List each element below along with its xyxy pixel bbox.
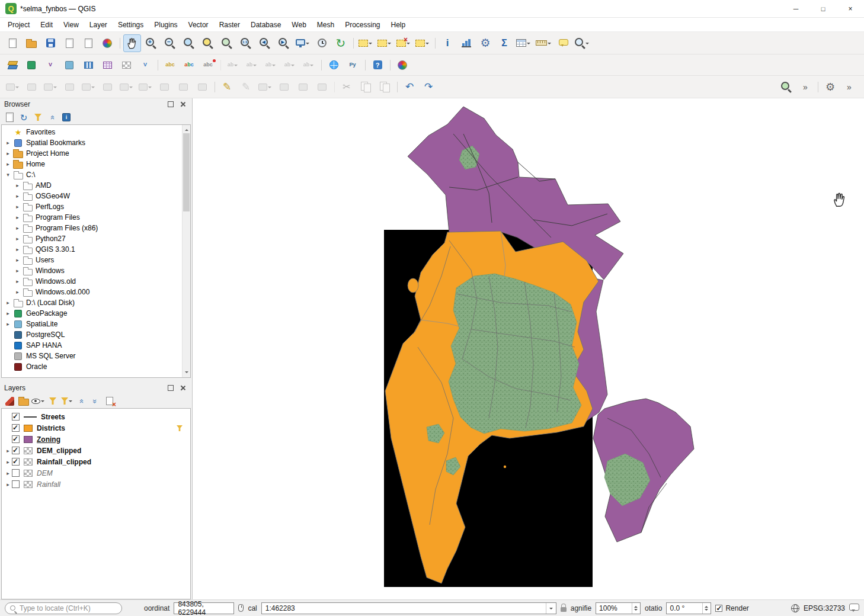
layer-item-streets[interactable]: Streets: [2, 411, 190, 422]
plugin-tool-button[interactable]: [393, 56, 411, 74]
vertex-tool-button[interactable]: [117, 78, 135, 96]
locator-search-input[interactable]: Type to locate (Ctrl+K): [5, 602, 122, 614]
layer-visibility-checkbox[interactable]: [12, 447, 20, 454]
browser-item-program-files[interactable]: ▸Program Files: [2, 212, 181, 223]
layer-visibility-checkbox[interactable]: [12, 413, 20, 421]
browser-item-oracle[interactable]: Oracle: [2, 361, 181, 372]
render-check-icon[interactable]: [715, 605, 722, 612]
browser-item-qgis-3-30-1[interactable]: ▸QGIS 3.30.1: [2, 244, 181, 255]
chevron-right-icon[interactable]: ▸: [4, 448, 12, 454]
merge-features-button[interactable]: [313, 78, 331, 96]
undock-icon[interactable]: [166, 384, 175, 392]
new-geopackage-layer-button[interactable]: [23, 56, 40, 74]
menu-view[interactable]: View: [58, 19, 84, 31]
new-project-button[interactable]: [4, 34, 21, 52]
close-button[interactable]: ×: [837, 0, 864, 17]
close-icon[interactable]: [178, 384, 188, 392]
chevron-right-icon[interactable]: ▸: [14, 225, 21, 231]
show-sum-button[interactable]: Σ: [495, 34, 513, 52]
save-layer-edits-button[interactable]: [23, 78, 40, 96]
new-temporary-scratch-layer-button[interactable]: [117, 56, 135, 74]
toolbar-overflow-2-button[interactable]: »: [840, 78, 858, 96]
browser-item-project-home[interactable]: ▸Project Home: [2, 148, 181, 159]
toolbox-button[interactable]: ⚙: [821, 78, 839, 96]
toggle-editing-button[interactable]: ✎: [218, 78, 236, 96]
chevron-right-icon[interactable]: ▸: [14, 268, 21, 274]
toolbar-overflow-1-button[interactable]: »: [796, 78, 814, 96]
new-virtual-layer-button[interactable]: [79, 56, 97, 74]
chevron-right-icon[interactable]: ▸: [4, 321, 12, 327]
open-attribute-table-button[interactable]: [514, 34, 533, 52]
browser-item-spatial-bookmarks[interactable]: ▸Spatial Bookmarks: [2, 137, 181, 148]
add-point-feature-button[interactable]: [60, 78, 78, 96]
chevron-down-icon[interactable]: [546, 603, 556, 614]
minimize-button[interactable]: ─: [782, 0, 809, 17]
chevron-right-icon[interactable]: ▸: [14, 204, 21, 210]
select-by-form-button[interactable]: [414, 34, 431, 52]
new-print-layout-button[interactable]: [60, 34, 78, 52]
new-annotation-dropdown-icon[interactable]: [585, 35, 590, 52]
deselect-features-button[interactable]: [395, 34, 412, 52]
layer-labeling-button[interactable]: abc: [161, 56, 179, 74]
layer-visibility-checkbox[interactable]: [12, 458, 20, 466]
zoom-in-button[interactable]: +: [142, 34, 160, 52]
chevron-right-icon[interactable]: ▸: [4, 459, 12, 465]
chevron-right-icon[interactable]: ▸: [14, 257, 21, 263]
menu-help[interactable]: Help: [386, 19, 411, 31]
undo-button[interactable]: ↶: [401, 78, 418, 96]
close-icon[interactable]: [178, 100, 188, 108]
options-gear-button[interactable]: ⚙: [476, 34, 494, 52]
chevron-right-icon[interactable]: ▸: [14, 289, 21, 295]
change-label-properties-dropdown-icon[interactable]: [309, 57, 314, 73]
modify-attributes-dropdown-icon[interactable]: [267, 79, 272, 95]
menu-plugins[interactable]: Plugins: [149, 19, 183, 31]
layer-visibility-checkbox[interactable]: [12, 435, 20, 443]
browser-item-python27[interactable]: ▸Python27: [2, 233, 181, 244]
rotate-label-button[interactable]: ab: [281, 56, 299, 74]
remove-layer-button[interactable]: [103, 395, 116, 407]
browser-item-sap-hana[interactable]: SAP HANA: [2, 340, 181, 351]
browser-item-postgresql[interactable]: PostgreSQL: [2, 329, 181, 340]
python-console-button[interactable]: Py: [344, 56, 361, 74]
new-vector-layer-button[interactable]: V: [136, 56, 154, 74]
cut-features-button[interactable]: ✂: [338, 78, 356, 96]
chevron-down-icon[interactable]: ▾: [4, 172, 12, 178]
rotate-label-dropdown-icon[interactable]: [290, 57, 295, 73]
zoom-last-button[interactable]: ◂: [256, 34, 274, 52]
layer-item-dem-clipped[interactable]: ▸DEM_clipped: [2, 445, 190, 456]
new-spatialite-layer-button[interactable]: [60, 56, 78, 74]
rotation-spinbox[interactable]: 0.0 °: [666, 602, 711, 614]
render-checkbox[interactable]: Render: [715, 604, 748, 612]
menu-web[interactable]: Web: [286, 19, 311, 31]
menu-database[interactable]: Database: [245, 19, 286, 31]
manage-map-themes-button[interactable]: [31, 395, 45, 407]
pin-unpin-labels-button[interactable]: ab: [224, 56, 242, 74]
chevron-right-icon[interactable]: ▸: [14, 214, 21, 220]
paste-features-button[interactable]: [376, 78, 393, 96]
move-label-dropdown-icon[interactable]: [271, 57, 276, 73]
spinner-arrows-icon[interactable]: [632, 603, 640, 614]
browser-item-amd[interactable]: ▸AMD: [2, 180, 181, 191]
new-map-view-dropdown-icon[interactable]: [305, 35, 310, 52]
chevron-right-icon[interactable]: ▸: [4, 150, 12, 156]
filter-legend-expression-button[interactable]: [60, 395, 73, 407]
chevron-right-icon[interactable]: ▸: [14, 193, 21, 199]
zoom-to-selection-button[interactable]: [199, 34, 217, 52]
menu-project[interactable]: Project: [2, 19, 35, 31]
current-edits-button[interactable]: [4, 78, 21, 96]
browser-item-c[interactable]: ▾C:\: [2, 169, 181, 180]
measure-line-dropdown-icon[interactable]: [547, 35, 552, 52]
maximize-button[interactable]: □: [809, 0, 837, 17]
browser-item-users[interactable]: ▸Users: [2, 255, 181, 265]
browser-item-spatialite[interactable]: ▸SpatiaLite: [2, 319, 181, 329]
stream-digitizing-button[interactable]: [193, 78, 211, 96]
reshape-features-button[interactable]: [275, 78, 293, 96]
identify-features-button[interactable]: i: [439, 34, 456, 52]
redo-button[interactable]: ↷: [420, 78, 437, 96]
allow-edits-button[interactable]: ✎: [237, 78, 255, 96]
select-features-dropdown-icon[interactable]: [368, 35, 373, 52]
zoom-out-button[interactable]: −: [161, 34, 179, 52]
menu-processing[interactable]: Processing: [340, 19, 385, 31]
select-by-expression-button[interactable]: [376, 34, 393, 52]
add-group-button[interactable]: [17, 395, 30, 407]
